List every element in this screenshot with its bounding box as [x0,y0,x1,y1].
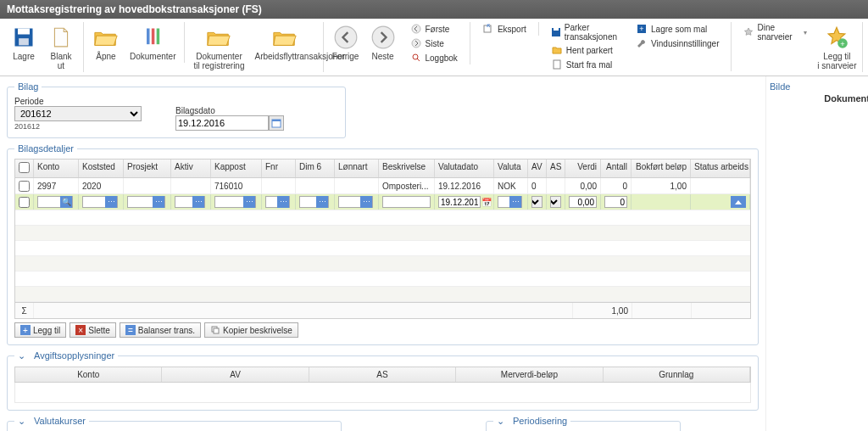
lookup-icon[interactable]: ⋯ [316,196,328,208]
last-button[interactable]: Siste [407,36,461,50]
details-grid: Konto Koststed Prosjekt Aktiv Kappost Fn… [14,159,751,319]
calendar-icon[interactable]: 📅 [481,198,492,207]
col-fnr[interactable]: Fnr [262,160,296,177]
col-as[interactable]: AS [547,160,565,177]
fetch-parked-button[interactable]: Hent parkert [548,43,622,57]
first-icon [410,23,422,35]
bilagsdato-input[interactable] [175,115,269,131]
blank-button[interactable]: Blank ut [42,22,80,72]
as-select[interactable] [550,196,561,208]
park-button[interactable]: Parker transaksjonen [548,22,622,42]
lookup-icon[interactable]: ⋯ [192,196,204,208]
antall-input[interactable] [604,196,627,208]
periode-label: Periode [14,97,142,106]
add-shortcut-button[interactable]: + Legg til i snarveier [815,22,859,72]
add-row-button[interactable]: +Legg til [14,322,66,338]
col-antall[interactable]: Antall [601,160,632,177]
col-dim6[interactable]: Dim 6 [296,160,335,177]
log-button[interactable]: Loggbok [407,51,461,64]
search-icon[interactable]: 🔍 [60,196,72,208]
col-konto[interactable]: Konto [34,160,79,177]
sigma-label: Σ [15,303,34,318]
main-toolbar: Lagre Blank ut Åpne Dokumenter Dokumente… [0,19,868,76]
periode-select[interactable]: 201612 [14,106,142,121]
first-button[interactable]: Første [407,22,461,36]
star-icon [743,26,754,38]
grid-footer: Σ 1,00 [15,302,750,318]
col-valuta[interactable]: Valuta [494,160,528,177]
lookup-icon[interactable]: ⋯ [153,196,164,208]
svg-rect-26 [214,328,219,333]
export-button[interactable]: Eksport [479,22,530,36]
vat-col-konto: Konto [15,367,162,382]
prosjekt-picker[interactable]: ⋯ [127,196,165,208]
valuta-section: ⌄Valutakurser [7,416,342,431]
aktiv-picker[interactable]: ⋯ [175,196,205,208]
col-prosjekt[interactable]: Prosjekt [124,160,171,177]
row-checkbox[interactable] [19,181,30,192]
documents-register-button[interactable]: Dokumenter til registrering [188,22,249,72]
page-icon [47,24,75,51]
calendar-button[interactable] [269,115,284,131]
export-icon [482,23,494,35]
balance-button[interactable]: =Balanser trans. [120,322,201,338]
col-kappost[interactable]: Kappost [211,160,262,177]
header-checkbox[interactable] [15,160,34,177]
kappost-picker[interactable]: ⋯ [214,196,256,208]
window-title: Mottaksregistrering av hovedbokstransaks… [0,0,868,19]
magnify-icon [410,52,422,64]
table-row-edit[interactable]: 🔍 ⋯ ⋯ ⋯ ⋯ ⋯ ⋯ ⋯ 📅 ⋯ [15,194,750,210]
dim6-picker[interactable]: ⋯ [299,196,329,208]
lookup-icon[interactable]: ⋯ [360,196,372,208]
av-select[interactable] [531,196,542,208]
collapse-toggle[interactable]: ⌄ [497,416,513,426]
footer-bokfort: 1,00 [573,303,632,318]
copy-desc-button[interactable]: Kopier beskrivelse [204,322,298,338]
col-verdi[interactable]: Verdi [565,160,601,177]
vat-col-av: AV [162,367,309,382]
bilde-legend: Bilde [770,81,790,92]
lookup-icon[interactable]: ⋯ [509,196,521,208]
collapse-toggle[interactable]: ⌄ [18,416,34,426]
save-button[interactable]: Lagre [5,22,42,63]
col-valutadato[interactable]: Valutadato [435,160,494,177]
col-aktiv[interactable]: Aktiv [171,160,211,177]
col-lonnart[interactable]: Lønnart [335,160,379,177]
expand-row-button[interactable] [731,196,746,208]
open-button[interactable]: Åpne [87,22,125,63]
valuta-picker[interactable]: ⋯ [498,196,522,208]
col-status[interactable]: Status arbeids... [691,160,750,177]
row-checkbox[interactable] [19,197,30,208]
lookup-icon[interactable]: ⋯ [105,196,117,208]
lonnart-picker[interactable]: ⋯ [338,196,373,208]
lookup-icon[interactable]: ⋯ [277,196,289,208]
delete-row-button[interactable]: ×Slette [70,322,116,338]
save-template-button[interactable]: +Lagre som mal [632,22,722,36]
svg-rect-3 [147,29,150,45]
shortcuts-button[interactable]: Dine snarveier▾ [740,22,810,42]
documents-button[interactable]: Dokumenter [125,22,181,63]
koststed-picker[interactable]: ⋯ [82,196,118,208]
col-av[interactable]: AV [528,160,547,177]
svg-rect-5 [157,29,160,45]
vat-body [14,383,751,403]
valutadato-input[interactable] [438,196,481,208]
dokument-tab[interactable]: Dokument [824,93,868,104]
lookup-icon[interactable]: ⋯ [243,196,255,208]
col-bokfort[interactable]: Bokført beløp [632,160,691,177]
next-button[interactable]: Neste [364,22,402,63]
col-koststed[interactable]: Koststed [79,160,124,177]
collapse-toggle[interactable]: ⌄ [18,350,34,361]
table-row[interactable]: 2997 2020 716010 Omposteri... 19.12.2016… [15,178,750,194]
fnr-picker[interactable]: ⋯ [265,196,290,208]
chevron-down-icon: ▾ [804,29,807,36]
konto-picker[interactable]: 🔍 [37,196,73,208]
bilagsdato-label: Bilagsdato [175,106,284,115]
window-settings-button[interactable]: Vindusinnstillinger [632,36,722,50]
workflow-button[interactable]: Arbeidsflyttransaksjoner [250,22,320,63]
start-template-button[interactable]: Start fra mal [548,58,622,71]
verdi-input[interactable] [569,196,597,208]
beskrivelse-input[interactable] [382,196,431,208]
prev-button[interactable]: Forrige [327,22,364,63]
col-beskrivelse[interactable]: Beskrivelse [379,160,435,177]
